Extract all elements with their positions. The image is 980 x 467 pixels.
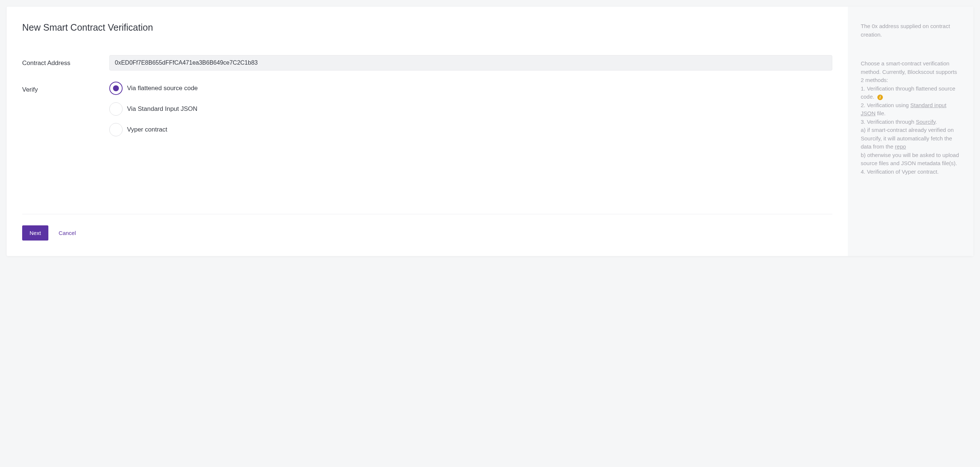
main-panel: New Smart Contract Verification Contract… [6, 6, 848, 256]
radio-vyper[interactable]: Vyper contract [109, 123, 832, 136]
help-intro: Choose a smart-contract verification met… [861, 59, 961, 84]
radio-label: Via Standard Input JSON [127, 105, 197, 113]
help-method-3: 3. Verification through Sourcify. [861, 118, 961, 126]
next-button[interactable]: Next [22, 225, 48, 241]
divider [22, 214, 832, 214]
cancel-button[interactable]: Cancel [59, 230, 76, 236]
info-icon[interactable] [877, 95, 883, 100]
radio-flattened[interactable]: Via flattened source code [109, 82, 832, 95]
action-bar: Next Cancel [22, 225, 832, 241]
help-method-3b: b) otherwise you will be asked to upload… [861, 151, 961, 168]
help-sidebar: The 0x address supplied on contract crea… [848, 6, 974, 256]
contract-address-label: Contract Address [22, 55, 109, 70]
help-method-2: 2. Verification using Standard input JSO… [861, 101, 961, 118]
verify-radio-group: Via flattened source code Via Standard I… [109, 82, 832, 136]
radio-icon [109, 123, 123, 136]
sourcify-link[interactable]: Sourcify [916, 119, 935, 125]
verify-help: Choose a smart-contract verification met… [861, 59, 961, 176]
contract-address-input[interactable] [109, 55, 832, 70]
help-method-4: 4. Verification of Vyper contract. [861, 168, 961, 176]
verification-card: New Smart Contract Verification Contract… [6, 6, 974, 256]
help-method-1: 1. Verification through flattened source… [861, 84, 961, 101]
contract-address-help: The 0x address supplied on contract crea… [861, 22, 961, 39]
radio-standard-json[interactable]: Via Standard Input JSON [109, 102, 832, 116]
verify-row: Verify Via flattened source code Via Sta… [22, 82, 832, 144]
radio-label: Via flattened source code [127, 84, 198, 92]
verify-label: Verify [22, 82, 109, 144]
radio-label: Vyper contract [127, 126, 167, 133]
radio-icon [109, 102, 123, 116]
help-method-3a: a) if smart-contract already verified on… [861, 126, 961, 151]
repo-link[interactable]: repo [895, 143, 906, 150]
page-title: New Smart Contract Verification [22, 22, 832, 33]
contract-address-row: Contract Address [22, 55, 832, 70]
radio-icon [109, 82, 123, 95]
